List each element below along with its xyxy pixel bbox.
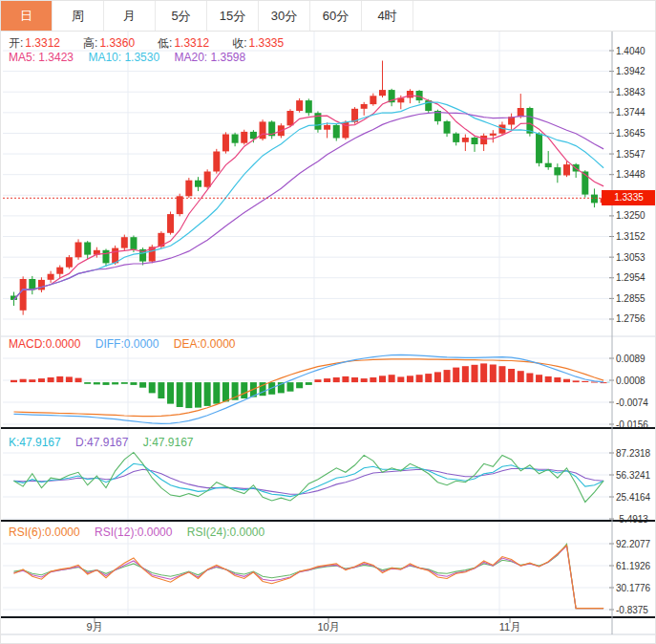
svg-text:0.0008: 0.0008	[616, 376, 645, 386]
tab-30min[interactable]: 30分	[259, 1, 310, 31]
svg-text:25.4164: 25.4164	[616, 492, 651, 503]
high-value: 高:1.3360	[83, 36, 146, 50]
ma20-legend: MA20: 1.3598	[174, 51, 245, 64]
svg-text:1.3645: 1.3645	[616, 128, 645, 139]
ma-legend-row: MA5: 1.3423 MA10: 1.3530 MA20: 1.3598	[9, 51, 257, 64]
svg-text:1.3250: 1.3250	[616, 210, 645, 221]
ohlc-info-row: 开:1.3312高:1.3360低:1.3312收:1.3335	[9, 35, 307, 52]
svg-text:1.2954: 1.2954	[616, 272, 645, 283]
rsi6-value: RSI(6):0.0000	[9, 526, 80, 539]
svg-text:1.3942: 1.3942	[616, 66, 645, 76]
dea-value: DEA:0.0000	[174, 337, 236, 351]
x-axis-label-september: 9月	[79, 620, 110, 634]
svg-text:1.2855: 1.2855	[616, 293, 645, 304]
svg-text:-0.8375: -0.8375	[616, 605, 648, 615]
svg-text:1.3448: 1.3448	[616, 169, 645, 180]
kdj-legend-row: K:47.9167 D:47.9167 J:47.9167	[9, 436, 205, 449]
svg-text:1.3843: 1.3843	[616, 87, 645, 97]
svg-text:0.0089: 0.0089	[616, 354, 645, 364]
tab-5min[interactable]: 5分	[156, 1, 207, 31]
tab-60min[interactable]: 60分	[310, 1, 362, 31]
kdj-series	[14, 452, 604, 502]
svg-text:1.3744: 1.3744	[616, 107, 645, 118]
svg-text:1.3152: 1.3152	[616, 231, 645, 242]
d-value: D:47.9167	[75, 436, 128, 449]
svg-text:1.2756: 1.2756	[616, 313, 645, 324]
rsi-series	[14, 544, 604, 608]
svg-text:61.1926: 61.1926	[616, 561, 651, 571]
svg-text:92.2077: 92.2077	[616, 539, 651, 549]
close-value: 收:1.3335	[232, 36, 295, 50]
timeframe-tabs: 日 周 月 5分 15分 30分 60分 4时	[1, 1, 655, 32]
svg-text:1.3053: 1.3053	[616, 252, 645, 263]
tab-daily[interactable]: 日	[1, 1, 53, 31]
candlestick-series	[11, 61, 607, 315]
macd-value: MACD:0.0000	[9, 337, 80, 351]
trading-chart-widget: 日 周 月 5分 15分 30分 60分 4时 1.40401.39421.38…	[0, 0, 656, 644]
ma10-legend: MA10: 1.3530	[88, 51, 159, 64]
svg-text:1.4040: 1.4040	[616, 46, 645, 56]
svg-text:-5.4913: -5.4913	[616, 514, 648, 525]
tab-weekly[interactable]: 周	[53, 1, 104, 31]
x-axis-label-october: 10月	[313, 620, 344, 634]
svg-text:87.2318: 87.2318	[616, 448, 651, 459]
rsi12-value: RSI(12):0.0000	[95, 526, 172, 539]
tab-15min[interactable]: 15分	[207, 1, 259, 31]
tab-4hour[interactable]: 4时	[362, 1, 413, 31]
rsi-legend-row: RSI(6):0.0000 RSI(12):0.0000 RSI(24):0.0…	[9, 526, 276, 539]
k-value: K:47.9167	[9, 436, 61, 449]
macd-series	[11, 354, 610, 423]
macd-legend-row: MACD:0.0000 DIFF:0.0000 DEA:0.0000	[9, 337, 246, 351]
ma5-legend: MA5: 1.3423	[9, 51, 74, 64]
svg-text:-0.0074: -0.0074	[616, 397, 648, 408]
tab-monthly[interactable]: 月	[104, 1, 156, 31]
svg-text:1.3547: 1.3547	[616, 149, 645, 160]
svg-text:30.1776: 30.1776	[616, 583, 651, 593]
svg-text:56.3241: 56.3241	[616, 470, 651, 481]
x-axis-label-november: 11月	[495, 620, 525, 634]
current-price-tag: 1.3335	[602, 190, 656, 205]
j-value: J:47.9167	[143, 436, 194, 449]
diff-value: DIFF:0.0000	[95, 337, 159, 351]
rsi24-value: RSI(24):0.0000	[187, 526, 265, 539]
chart-canvas[interactable]: 1.40401.39421.38431.37441.36451.35471.34…	[1, 1, 656, 644]
open-value: 开:1.3312	[9, 36, 72, 50]
low-value: 低:1.3312	[158, 36, 221, 50]
